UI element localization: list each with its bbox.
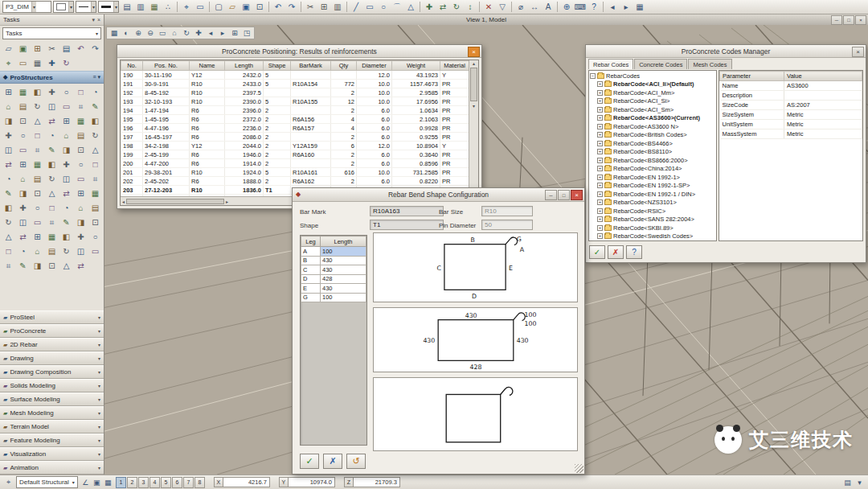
redo-icon[interactable]: ↷ [285,1,298,14]
table-row[interactable]: 19332-10-193R102390.05R10A1551210.017.69… [121,97,469,106]
parameter-row[interactable]: Description [720,91,862,101]
tree-item[interactable]: +RebarCode<Swedish Codes> [590,232,715,241]
tool-icon[interactable]: ⇄ [2,158,15,171]
view-toggle-1[interactable]: 1 [116,477,126,488]
save-icon[interactable]: ▣ [240,1,252,14]
tool-icon[interactable]: ✚ [45,85,59,99]
shape-field[interactable]: T1 [370,220,444,230]
delete-button[interactable]: ✗ [608,245,624,259]
y-coord-value[interactable]: 10974.0 [289,477,335,487]
expand-icon[interactable]: + [597,183,603,188]
window-area-icon[interactable]: ▭ [157,28,168,38]
expand-icon[interactable]: + [597,199,603,205]
close-icon[interactable]: × [468,47,480,57]
tree-item[interactable]: +RebarCode<ACI_Sm> [590,105,715,114]
tree-item[interactable]: +RebarCode<SKBI.89> [590,224,715,232]
sidebar-section-visualization[interactable]: ▰Visualization▾ [0,447,104,461]
leg-length-grid[interactable]: LegLengthA100B430C430D428E430G100 [300,235,367,446]
tree-item[interactable]: +RebarCode<AS3600>(Current) [590,114,715,123]
tool-icon[interactable]: ◧ [45,158,59,171]
tool-icon[interactable]: □ [74,85,88,99]
measure-icon[interactable]: ⌀ [514,1,527,14]
tab-concrete-codes[interactable]: Concrete Codes [634,59,687,69]
tool-icon[interactable]: ✎ [2,187,15,200]
column-header[interactable]: Length [225,61,264,71]
scale-icon[interactable]: ↕ [464,1,477,14]
tool-icon[interactable]: ⊡ [45,259,59,273]
tool-icon[interactable]: ⌂ [16,172,30,186]
tool-icon[interactable]: ⊞ [31,42,44,55]
copy-icon[interactable]: ⊞ [317,1,330,14]
leg-row[interactable]: G100 [301,293,366,302]
column-header[interactable]: Value [784,72,862,81]
column-header[interactable]: BarMark [291,61,331,71]
sidebar-section-solids-modeling[interactable]: ▰Solids Modeling▾ [0,379,104,392]
tool-icon[interactable]: ▤ [74,129,88,142]
parameter-row[interactable]: UnitSystemMetric [720,120,862,129]
tool-icon[interactable]: ✚ [74,230,88,244]
view-toggle-8[interactable]: 8 [194,477,205,488]
reset-button[interactable]: ↺ [346,454,366,469]
tree-item[interactable]: +RebarCode<BS4466> [590,139,715,148]
x-coordinate[interactable]: X 4216.7 [214,477,270,487]
tool-icon[interactable]: ▭ [31,216,44,229]
tree-item[interactable]: +RebarCode<RSIC> [590,207,715,216]
tool-icon[interactable]: ◨ [59,143,73,157]
tool-icon[interactable]: ✎ [88,100,102,113]
view-toggle-6[interactable]: 6 [172,477,182,488]
tool-icon[interactable]: ○ [59,85,73,99]
tool-icon[interactable]: ↻ [31,100,44,113]
tool-icon[interactable]: △ [45,187,59,200]
tree-item[interactable]: +RebarCode<AS3600 N> [590,122,715,131]
tree-item[interactable]: +RebarCode<SANS 282:2004> [590,216,715,224]
sidebar-section-feature-modeling[interactable]: ▰Feature Modeling▾ [0,434,104,447]
codes-manager-titlebar[interactable]: ProConcrete Codes Manager × [586,45,866,58]
table-row[interactable]: 1992-45-199R61946.02R6A16026.00.3640PR [121,150,469,159]
view-attributes-icon[interactable]: ▦ [108,28,120,38]
copy-element-icon[interactable]: ⇄ [436,1,449,14]
tree-item[interactable]: +RebarCode<BS8666:2000> [590,156,715,165]
expand-icon[interactable]: + [597,81,603,87]
column-header[interactable]: Pos. No. [143,61,190,71]
tree-item[interactable]: +RebarCode<ACI_Si> [590,97,715,106]
table-row[interactable]: 1951-45-195R62372.02R6A15646.02.1063PR [121,115,469,124]
tool-icon[interactable]: ⌗ [31,143,44,157]
view-toggle-2[interactable]: 2 [127,477,137,488]
place-block-icon[interactable]: ▭ [363,1,376,14]
expand-icon[interactable]: + [597,208,603,214]
y-coordinate[interactable]: Y 10974.0 [279,477,335,487]
tool-icon[interactable]: ▦ [16,85,30,99]
view-close-icon[interactable]: × [855,15,866,25]
column-header[interactable]: Material [440,61,469,71]
tasks-panel-titlebar[interactable]: Tasks ▾ × [0,14,104,26]
tool-icon[interactable]: ⌂ [2,100,15,113]
table-row[interactable]: 19030-11-190Y122432.0512.043.1923Y [121,71,469,80]
bar-mark-field[interactable]: R10A163 [370,206,444,216]
scroll-up-icon[interactable]: ▴ [473,60,475,66]
tree-item[interactable]: +RebarCode<EN 1992-1 / DIN> [590,190,715,199]
expand-icon[interactable]: + [597,158,603,163]
expand-icon[interactable]: + [597,141,603,146]
tool-icon[interactable]: ↷ [88,42,102,55]
status-more-icon[interactable]: ▾ [854,477,865,487]
sidebar-section-mesh-modeling[interactable]: ▰Mesh Modeling▾ [0,406,104,420]
tool-icon[interactable]: ◧ [88,114,102,128]
tool-icon[interactable]: ▣ [16,42,30,55]
bar-size-field[interactable]: R10 [481,206,533,216]
task-forward-icon[interactable]: ▸ [620,1,633,14]
column-header[interactable]: Shape [264,61,291,71]
cut-icon[interactable]: ✂ [304,1,317,14]
tool-icon[interactable]: ◔ [16,244,30,258]
tool-icon[interactable]: ▤ [88,201,102,215]
active-color-combo[interactable]: ▾ [53,1,74,13]
tool-icon[interactable]: ◨ [74,216,88,229]
sidebar-section-drawing-composition[interactable]: ▰Drawing Composition▾ [0,365,104,379]
tool-icon[interactable]: ○ [88,230,102,244]
z-coordinate[interactable]: Z 21709.3 [344,477,400,487]
tool-icon[interactable]: ▦ [31,158,44,171]
view-toggle-3[interactable]: 3 [138,477,149,488]
tree-root[interactable]: −RebarCodes [590,72,715,80]
expand-icon[interactable]: + [597,124,603,129]
leg-row[interactable]: E430 [301,284,366,294]
sidebar-section-terrain-model[interactable]: ▰Terrain Model▾ [0,420,104,434]
